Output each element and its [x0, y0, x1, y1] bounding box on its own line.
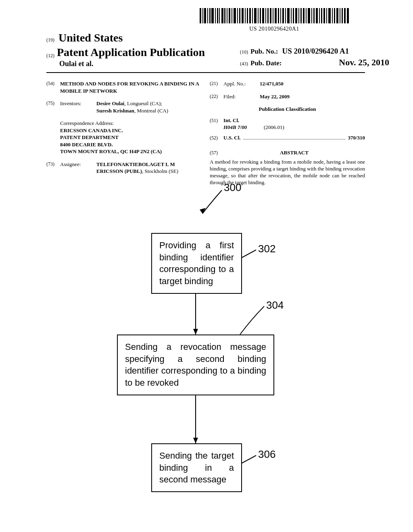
code-57: (57) — [210, 150, 223, 156]
svg-rect-26 — [265, 8, 266, 23]
uscl-label: U.S. Cl. — [223, 134, 241, 141]
svg-rect-11 — [227, 8, 227, 23]
svg-rect-20 — [249, 8, 251, 23]
svg-rect-6 — [215, 8, 216, 23]
svg-rect-30 — [275, 8, 277, 23]
ref-302: 302 — [258, 243, 275, 255]
intcl-year: (2006.01) — [264, 124, 284, 131]
classification-heading: Publication Classification — [210, 106, 365, 113]
svg-rect-51 — [328, 8, 331, 23]
svg-rect-35 — [287, 8, 290, 23]
svg-rect-27 — [267, 8, 269, 23]
svg-rect-14 — [234, 8, 236, 23]
invention-title: METHOD AND NODES FOR REVOKING A BINDING … — [60, 80, 202, 94]
ref-304: 304 — [266, 299, 284, 312]
svg-rect-50 — [326, 8, 327, 23]
ref-306: 306 — [258, 448, 275, 461]
svg-rect-12 — [229, 8, 230, 23]
code-12: (12) — [46, 53, 54, 59]
barcode-text: US 20100296420A1 — [200, 26, 349, 32]
svg-rect-57 — [344, 8, 346, 23]
svg-rect-17 — [242, 8, 244, 23]
applno-label: Appl. No.: — [223, 80, 260, 87]
inventor-1-loc: , Longueuil (CA); — [124, 100, 162, 106]
barcode-icon — [200, 8, 349, 23]
inventor-2-name: Suresh Krishnan — [96, 108, 134, 114]
svg-rect-38 — [295, 8, 297, 23]
svg-rect-48 — [321, 8, 322, 23]
code-73: (73) — [46, 161, 60, 175]
abstract-heading: ABSTRACT — [223, 149, 365, 156]
svg-marker-61 — [193, 329, 198, 335]
svg-rect-46 — [316, 8, 318, 23]
svg-rect-1 — [202, 8, 203, 23]
code-51: (51) — [210, 117, 223, 124]
svg-rect-43 — [308, 8, 310, 23]
svg-rect-19 — [247, 8, 248, 23]
code-75: (75) — [46, 100, 60, 114]
uscl-value: 370/310 — [348, 134, 365, 141]
assignee-loc: , Stockholm (SE) — [142, 168, 178, 174]
code-43: (43) — [240, 61, 248, 67]
svg-rect-4 — [209, 8, 211, 23]
publication-type: Patent Application Publication — [57, 46, 205, 59]
pubno-label: Pub. No.: — [250, 48, 278, 56]
divider — [46, 72, 365, 73]
corr-line-3: 8400 DECARIE BLVD. — [60, 141, 202, 148]
ref-300: 300 — [224, 181, 241, 194]
svg-rect-47 — [319, 8, 320, 23]
svg-rect-42 — [306, 8, 307, 23]
svg-rect-18 — [245, 8, 246, 23]
intcl-label: Int. Cl. — [223, 117, 239, 124]
svg-rect-21 — [252, 8, 253, 23]
svg-rect-31 — [278, 8, 279, 23]
svg-rect-7 — [217, 8, 218, 23]
svg-rect-45 — [313, 8, 315, 23]
code-21: (21) — [210, 80, 223, 87]
left-column: (54) METHOD AND NODES FOR REVOKING A BIN… — [46, 80, 202, 186]
code-22: (22) — [210, 93, 223, 100]
svg-rect-58 — [347, 8, 349, 23]
intcl-code: H04B 7/00 — [223, 124, 264, 131]
inventor-1-name: Desire Oulai — [96, 100, 124, 106]
svg-marker-63 — [193, 438, 198, 443]
pubdate-value: Nov. 25, 2010 — [339, 57, 389, 68]
assignee-body: TELEFONAKTIEBOLAGET L M ERICSSON (PUBL),… — [96, 161, 202, 175]
inventors-label: Inventors: — [60, 100, 96, 114]
filed-value: May 22, 2009 — [260, 93, 365, 100]
filed-label: Filed: — [223, 93, 260, 100]
svg-rect-41 — [303, 8, 305, 23]
svg-rect-40 — [300, 8, 302, 23]
right-column: (21) Appl. No.: 12/471,050 (22) Filed: M… — [210, 80, 365, 186]
svg-rect-2 — [204, 8, 206, 23]
svg-rect-3 — [207, 8, 208, 23]
svg-rect-25 — [262, 8, 264, 23]
inventor-2-loc: , Montreal (CA) — [134, 108, 168, 114]
svg-rect-33 — [282, 8, 284, 23]
svg-rect-56 — [342, 8, 343, 23]
svg-rect-24 — [260, 8, 261, 23]
correspondence-address: Correspondence Address: ERICSSON CANADA … — [60, 120, 202, 155]
flowchart-figure: 300 Providing a first binding identifier… — [60, 181, 311, 512]
flow-box-302: Providing a first binding identifier cor… — [151, 233, 242, 294]
assignee-label: Assignee: — [60, 161, 96, 175]
svg-rect-28 — [270, 8, 271, 23]
code-52: (52) — [210, 135, 223, 141]
code-19: (19) — [46, 37, 54, 43]
svg-rect-53 — [334, 8, 335, 23]
svg-rect-8 — [219, 8, 220, 23]
dots-leader — [243, 139, 346, 139]
barcode-block: US 20100296420A1 — [200, 8, 349, 32]
svg-rect-36 — [291, 8, 292, 23]
pubno-value: US 2010/0296420 A1 — [282, 47, 349, 56]
svg-rect-52 — [332, 8, 333, 23]
country-title: United States — [58, 31, 123, 44]
patent-page: US 20100296420A1 (19) United States (12)… — [46, 0, 365, 186]
svg-rect-9 — [221, 8, 223, 23]
code-54: (54) — [46, 80, 60, 94]
corr-line-4: TOWN MOUNT ROYAL, QC H4P 2N2 (CA) — [60, 148, 202, 155]
svg-rect-13 — [232, 8, 232, 23]
corr-line-2: PATENT DEPARTMENT — [60, 134, 202, 141]
flow-box-304: Sending a revocation message specifying … — [117, 335, 274, 395]
svg-rect-37 — [293, 8, 294, 23]
